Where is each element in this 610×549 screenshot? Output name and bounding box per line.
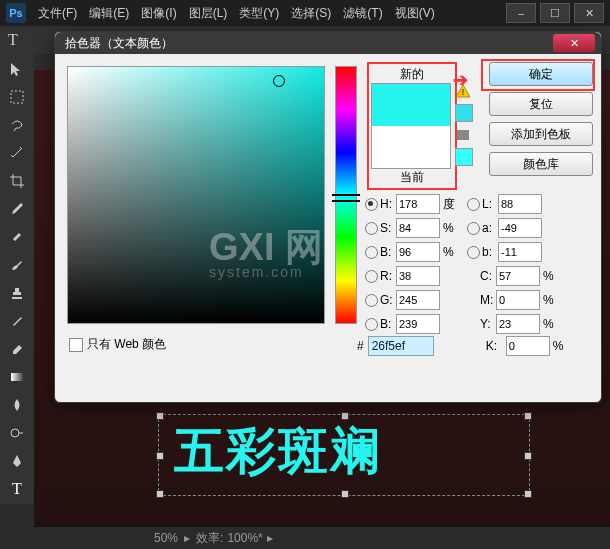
status-efficiency-value: 100%* xyxy=(227,531,262,545)
transform-bounding-box[interactable] xyxy=(158,414,530,496)
menubar: Ps 文件(F) 编辑(E) 图像(I) 图层(L) 类型(Y) 选择(S) 滤… xyxy=(0,0,610,26)
tool-palette: T xyxy=(0,54,34,504)
current-color-swatch[interactable] xyxy=(371,126,451,169)
new-color-label: 新的 xyxy=(371,66,453,83)
new-current-swatch: 新的 当前 xyxy=(367,62,457,190)
color-picker-dialog: 拾色器（文本颜色） ✕ 新的 当前 ! ➔ 确定 复位 添加到色板 颜色库 xyxy=(54,31,602,403)
input-b-rgb[interactable] xyxy=(396,314,440,334)
dialog-close-button[interactable]: ✕ xyxy=(553,34,595,52)
type-tool-icon[interactable]: T xyxy=(6,478,28,500)
input-lab-b[interactable] xyxy=(498,242,542,262)
gamut-warning-swatch[interactable] xyxy=(455,104,473,122)
transform-handle[interactable] xyxy=(524,490,532,498)
radio-s[interactable] xyxy=(365,222,378,235)
menu-select[interactable]: 选择(S) xyxy=(291,5,331,22)
radio-g[interactable] xyxy=(365,294,378,307)
radio-lab-b[interactable] xyxy=(467,246,480,259)
blur-tool-icon[interactable] xyxy=(6,394,28,416)
ok-button[interactable]: 确定 xyxy=(489,62,593,86)
cancel-button[interactable]: 复位 xyxy=(489,92,593,116)
transform-handle[interactable] xyxy=(341,412,349,420)
input-k[interactable] xyxy=(506,336,550,356)
transform-handle[interactable] xyxy=(524,412,532,420)
color-value-inputs: H: 度 L: S: % a: B: % b: R: C: % xyxy=(365,192,585,336)
radio-h[interactable] xyxy=(365,198,378,211)
current-color-label: 当前 xyxy=(371,169,453,186)
add-swatch-button[interactable]: 添加到色板 xyxy=(489,122,593,146)
transform-handle[interactable] xyxy=(524,452,532,460)
input-g[interactable] xyxy=(396,290,440,310)
input-l[interactable] xyxy=(498,194,542,214)
svg-rect-4 xyxy=(457,130,469,140)
hue-slider[interactable] xyxy=(335,66,357,324)
websafe-warning-swatch[interactable] xyxy=(455,148,473,166)
menu-image[interactable]: 图像(I) xyxy=(141,5,176,22)
web-only-checkbox[interactable] xyxy=(69,338,83,352)
menu-view[interactable]: 视图(V) xyxy=(395,5,435,22)
menu-filter[interactable]: 滤镜(T) xyxy=(343,5,382,22)
menu-type[interactable]: 类型(Y) xyxy=(239,5,279,22)
marquee-tool-icon[interactable] xyxy=(6,86,28,108)
radio-r[interactable] xyxy=(365,270,378,283)
gradient-tool-icon[interactable] xyxy=(6,366,28,388)
input-h[interactable] xyxy=(396,194,440,214)
saturation-value-field[interactable] xyxy=(67,66,325,324)
transform-handle[interactable] xyxy=(156,452,164,460)
move-tool-icon[interactable] xyxy=(6,58,28,80)
window-close-button[interactable]: ✕ xyxy=(574,3,604,23)
dialog-title-text: 拾色器（文本颜色） xyxy=(65,35,173,52)
color-libraries-button[interactable]: 颜色库 xyxy=(489,152,593,176)
radio-b-rgb[interactable] xyxy=(365,318,378,331)
menu-edit[interactable]: 编辑(E) xyxy=(89,5,129,22)
transform-handle[interactable] xyxy=(156,490,164,498)
status-bar: 50% ▸ 效率: 100%* ▸ xyxy=(34,526,610,549)
brush-tool-icon[interactable] xyxy=(6,254,28,276)
input-b-hsb[interactable] xyxy=(396,242,440,262)
status-efficiency-label: 效率: xyxy=(196,530,223,547)
input-c[interactable] xyxy=(496,266,540,286)
menu-file[interactable]: 文件(F) xyxy=(38,5,77,22)
radio-a[interactable] xyxy=(467,222,480,235)
window-minimize-button[interactable]: – xyxy=(506,3,536,23)
dialog-titlebar[interactable]: 拾色器（文本颜色） ✕ xyxy=(55,32,601,54)
new-color-swatch[interactable] xyxy=(371,83,451,126)
radio-l[interactable] xyxy=(467,198,480,211)
options-tool-indicator: T xyxy=(8,31,18,49)
svg-rect-0 xyxy=(11,91,23,103)
eyedropper-tool-icon[interactable] xyxy=(6,198,28,220)
svg-rect-1 xyxy=(11,373,23,381)
transform-handle[interactable] xyxy=(156,412,164,420)
menu-layer[interactable]: 图层(L) xyxy=(189,5,228,22)
hue-slider-thumb[interactable] xyxy=(332,194,360,202)
input-r[interactable] xyxy=(396,266,440,286)
input-a[interactable] xyxy=(498,218,542,238)
input-s[interactable] xyxy=(396,218,440,238)
hex-prefix-label: # xyxy=(357,339,364,353)
ps-logo: Ps xyxy=(6,3,26,23)
heal-tool-icon[interactable] xyxy=(6,226,28,248)
dodge-tool-icon[interactable] xyxy=(6,422,28,444)
history-brush-icon[interactable] xyxy=(6,310,28,332)
radio-b[interactable] xyxy=(365,246,378,259)
crop-tool-icon[interactable] xyxy=(6,170,28,192)
transform-handle[interactable] xyxy=(341,490,349,498)
websafe-warning-icon[interactable] xyxy=(455,128,471,142)
pen-tool-icon[interactable] xyxy=(6,450,28,472)
eraser-tool-icon[interactable] xyxy=(6,338,28,360)
annotation-arrow: ➔ xyxy=(453,69,468,91)
input-y[interactable] xyxy=(496,314,540,334)
svg-point-2 xyxy=(11,429,19,437)
web-only-label: 只有 Web 颜色 xyxy=(87,336,166,353)
sv-picker-indicator[interactable] xyxy=(273,75,285,87)
input-m[interactable] xyxy=(496,290,540,310)
window-maximize-button[interactable]: ☐ xyxy=(540,3,570,23)
status-zoom[interactable]: 50% xyxy=(154,531,178,545)
wand-tool-icon[interactable] xyxy=(6,142,28,164)
input-hex[interactable] xyxy=(368,336,434,356)
stamp-tool-icon[interactable] xyxy=(6,282,28,304)
lasso-tool-icon[interactable] xyxy=(6,114,28,136)
